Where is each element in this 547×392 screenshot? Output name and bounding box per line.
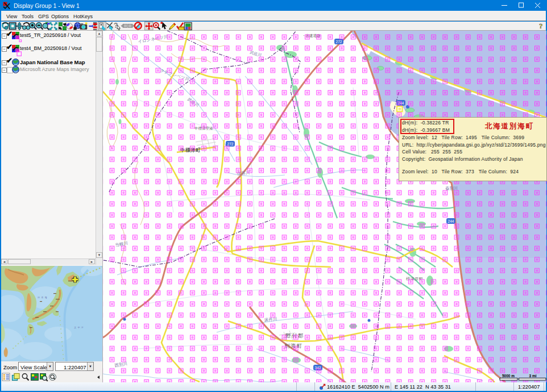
svg-text:?: ? (539, 22, 543, 30)
svg-text:5000 m: 5000 m (502, 374, 515, 378)
svg-text:太平洋: 太平洋 (74, 326, 85, 329)
svg-text:3 mi: 3 mi (529, 374, 536, 378)
svg-text:日本海: 日本海 (38, 296, 48, 299)
